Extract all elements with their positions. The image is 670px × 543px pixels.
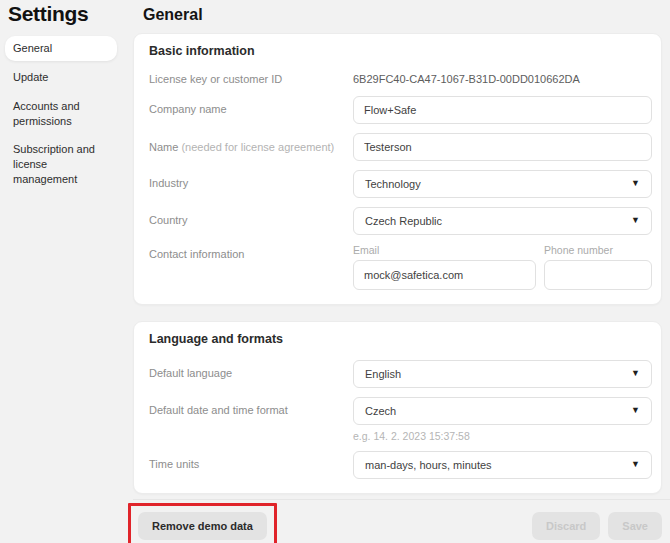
contact-information-label: Contact information xyxy=(149,244,353,262)
email-input[interactable] xyxy=(353,260,536,290)
chevron-down-icon: ▼ xyxy=(631,369,640,378)
chevron-down-icon: ▼ xyxy=(631,179,640,188)
remove-demo-data-button[interactable]: Remove demo data xyxy=(138,512,267,540)
settings-page: Settings General Update Accounts and per… xyxy=(0,0,670,543)
contact-information-row: Contact information Email Phone number xyxy=(149,244,652,290)
sidebar-item-general[interactable]: General xyxy=(5,36,117,61)
language-formats-title: Language and formats xyxy=(149,332,652,346)
page-title: General xyxy=(143,6,670,24)
industry-label: Industry xyxy=(149,176,353,191)
time-units-row: Time units man-days, hours, minutes ▼ xyxy=(149,451,652,479)
license-key-value: 6B29FC40-CA47-1067-B31D-00DD010662DA xyxy=(353,73,652,85)
sidebar-item-subscription-license[interactable]: Subscription and license management xyxy=(5,137,117,192)
time-units-label: Time units xyxy=(149,457,353,472)
datetime-format-label: Default date and time format xyxy=(149,403,353,418)
chevron-down-icon: ▼ xyxy=(631,460,640,469)
company-name-row: Company name xyxy=(149,96,652,124)
name-label-note: (needed for license agreement) xyxy=(181,141,334,153)
country-row: Country Czech Republic ▼ xyxy=(149,207,652,235)
sidebar-title: Settings xyxy=(8,2,125,26)
language-formats-card: Language and formats Default language En… xyxy=(133,321,662,494)
phone-number-input[interactable] xyxy=(544,260,652,290)
datetime-format-example: e.g. 14. 2. 2023 15:37:58 xyxy=(353,430,652,442)
name-input[interactable] xyxy=(353,133,652,161)
email-label: Email xyxy=(353,244,536,256)
industry-selected-value: Technology xyxy=(365,178,421,190)
phone-number-label: Phone number xyxy=(544,244,652,256)
country-label: Country xyxy=(149,213,353,228)
basic-information-card: Basic information License key or custome… xyxy=(133,33,662,305)
default-language-select[interactable]: English ▼ xyxy=(353,360,652,388)
country-selected-value: Czech Republic xyxy=(365,215,442,227)
annotation-highlight-box: Remove demo data xyxy=(128,503,277,543)
license-key-row: License key or customer ID 6B29FC40-CA47… xyxy=(149,72,652,87)
country-select[interactable]: Czech Republic ▼ xyxy=(353,207,652,235)
sidebar-item-update[interactable]: Update xyxy=(5,65,117,90)
default-language-selected-value: English xyxy=(365,368,401,380)
chevron-down-icon: ▼ xyxy=(631,406,640,415)
discard-button[interactable]: Discard xyxy=(532,512,600,540)
company-name-label: Company name xyxy=(149,102,353,117)
license-key-label: License key or customer ID xyxy=(149,72,353,87)
main-content: General Basic information License key or… xyxy=(133,0,670,543)
industry-select[interactable]: Technology ▼ xyxy=(353,170,652,198)
settings-nav: General Update Accounts and permissions … xyxy=(5,36,117,192)
settings-sidebar: Settings General Update Accounts and per… xyxy=(0,0,133,543)
footer-action-bar: Remove demo data Discard Save xyxy=(133,499,670,543)
time-units-select[interactable]: man-days, hours, minutes ▼ xyxy=(353,451,652,479)
datetime-format-selected-value: Czech xyxy=(365,405,396,417)
name-label: Name xyxy=(149,141,178,153)
company-name-input[interactable] xyxy=(353,96,652,124)
datetime-format-row: Default date and time format Czech ▼ xyxy=(149,397,652,425)
default-language-row: Default language English ▼ xyxy=(149,360,652,388)
industry-row: Industry Technology ▼ xyxy=(149,170,652,198)
default-language-label: Default language xyxy=(149,366,353,381)
name-row: Name (needed for license agreement) xyxy=(149,133,652,161)
time-units-selected-value: man-days, hours, minutes xyxy=(365,459,492,471)
chevron-down-icon: ▼ xyxy=(631,216,640,225)
datetime-format-select[interactable]: Czech ▼ xyxy=(353,397,652,425)
save-button[interactable]: Save xyxy=(608,512,662,540)
basic-information-title: Basic information xyxy=(149,44,652,58)
sidebar-item-accounts-permissions[interactable]: Accounts and permissions xyxy=(5,94,117,134)
